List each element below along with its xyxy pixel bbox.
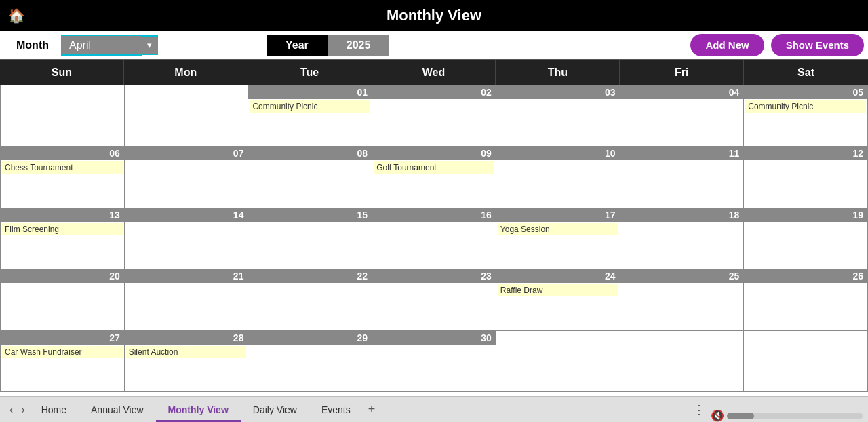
day-number: 19: [744, 208, 867, 222]
tab-events[interactable]: Events: [309, 400, 363, 422]
day-number: [125, 85, 248, 88]
day-number: 09: [372, 147, 496, 160]
cal-cell-w0d4[interactable]: 03: [496, 85, 620, 147]
tab-prev-button[interactable]: ‹: [5, 400, 17, 420]
day-number: 15: [248, 208, 372, 222]
header-mon: Mon: [124, 60, 248, 85]
day-number: 11: [620, 147, 744, 160]
calendar-header: Sun Mon Tue Wed Thu Fri Sat: [0, 60, 868, 85]
header-thu: Thu: [496, 60, 620, 85]
cal-cell-w3d6[interactable]: 26: [744, 269, 868, 330]
home-icon[interactable]: 🏠: [8, 7, 25, 24]
cal-cell-w1d0[interactable]: 06Chess Tournament: [1, 147, 125, 208]
day-number: [1, 85, 124, 88]
cal-cell-w1d3[interactable]: 09Golf Tournament: [372, 147, 496, 208]
tab-bar: ‹ › Home Annual View Monthly View Daily …: [0, 396, 868, 422]
cal-cell-w0d1[interactable]: [125, 85, 249, 147]
show-events-button[interactable]: Show Events: [771, 34, 864, 56]
tab-add-button[interactable]: +: [363, 400, 381, 419]
day-number: 22: [248, 269, 372, 283]
day-number: 30: [372, 331, 496, 345]
cal-cell-w2d5[interactable]: 18: [620, 208, 745, 269]
month-dropdown-arrow[interactable]: ▾: [142, 35, 158, 55]
event-label[interactable]: Car Wash Fundraiser: [2, 346, 123, 358]
year-value: 2025: [328, 35, 390, 56]
calendar-grid: 01Community Picnic02030405Community Picn…: [0, 85, 868, 392]
cal-cell-w3d5[interactable]: 25: [620, 269, 745, 330]
cal-cell-w0d3[interactable]: 02: [372, 85, 496, 147]
tab-scroll-track[interactable]: [727, 413, 863, 419]
day-number: 03: [496, 85, 620, 99]
cal-cell-w0d5[interactable]: 04: [620, 85, 745, 147]
day-number: 05: [744, 85, 867, 99]
add-new-button[interactable]: Add New: [690, 34, 764, 56]
tab-menu-button[interactable]: ⋮: [688, 400, 711, 420]
event-label[interactable]: Film Screening: [2, 223, 123, 235]
cal-cell-w4d2[interactable]: 29: [248, 331, 372, 392]
tab-monthly-view[interactable]: Monthly View: [156, 400, 241, 422]
event-label[interactable]: Community Picnic: [745, 100, 866, 113]
top-bar: 🏠 Monthly View: [0, 0, 868, 31]
event-label[interactable]: Silent Auction: [126, 346, 247, 358]
day-number: 12: [744, 147, 867, 160]
day-number: 18: [620, 208, 744, 222]
tab-next-button[interactable]: ›: [17, 400, 28, 420]
calendar-wrap: Sun Mon Tue Wed Thu Fri Sat 01Community …: [0, 60, 868, 396]
cal-cell-w1d4[interactable]: 10: [496, 147, 620, 208]
cal-cell-w4d3[interactable]: 30: [372, 331, 496, 392]
cal-cell-w1d1[interactable]: 07: [125, 147, 249, 208]
event-label[interactable]: Raffle Draw: [498, 284, 618, 296]
cal-cell-w1d5[interactable]: 11: [620, 147, 745, 208]
day-number: 25: [620, 269, 744, 283]
day-number: 04: [620, 85, 744, 99]
cal-cell-w2d1[interactable]: 14: [125, 208, 249, 269]
cal-cell-w2d4[interactable]: 17Yoga Session: [496, 208, 620, 269]
cal-cell-w3d2[interactable]: 22: [248, 269, 372, 330]
day-number: 26: [744, 269, 867, 283]
day-number: [496, 331, 620, 334]
day-number: 07: [125, 147, 248, 160]
cal-cell-w2d2[interactable]: 15: [248, 208, 372, 269]
cal-cell-w2d3[interactable]: 16: [372, 208, 496, 269]
day-number: 16: [372, 208, 496, 222]
day-number: 27: [1, 331, 124, 345]
controls-row: Month April JanuaryFebruaryMarch MayJune…: [0, 31, 868, 60]
header-sun: Sun: [0, 60, 124, 85]
cal-cell-w4d4[interactable]: [496, 331, 620, 392]
event-label[interactable]: Yoga Session: [498, 223, 618, 235]
cal-cell-w1d6[interactable]: 12: [744, 147, 868, 208]
event-label[interactable]: Golf Tournament: [374, 161, 494, 174]
day-number: 02: [372, 85, 496, 99]
cal-cell-w1d2[interactable]: 08: [248, 147, 372, 208]
cal-cell-w2d6[interactable]: 19: [744, 208, 868, 269]
cal-cell-w0d6[interactable]: 05Community Picnic: [744, 85, 868, 147]
tab-daily-view[interactable]: Daily View: [241, 400, 309, 422]
cal-cell-w2d0[interactable]: 13Film Screening: [1, 208, 125, 269]
cal-cell-w4d6[interactable]: [744, 331, 868, 392]
cal-cell-w0d2[interactable]: 01Community Picnic: [248, 85, 372, 147]
day-number: 24: [496, 269, 620, 283]
tab-scroll-area: 🔇: [711, 409, 868, 422]
tab-annual-view[interactable]: Annual View: [79, 400, 156, 422]
cal-cell-w3d4[interactable]: 24Raffle Draw: [496, 269, 620, 330]
tab-mute-icon[interactable]: 🔇: [711, 409, 724, 422]
day-number: 13: [1, 208, 124, 222]
event-label[interactable]: Chess Tournament: [2, 161, 123, 174]
header-fri: Fri: [620, 60, 744, 85]
cal-cell-w4d0[interactable]: 27Car Wash Fundraiser: [1, 331, 125, 392]
cal-cell-w0d0[interactable]: [1, 85, 125, 147]
cal-cell-w3d1[interactable]: 21: [125, 269, 249, 330]
tab-home[interactable]: Home: [29, 400, 79, 422]
cal-cell-w4d5[interactable]: [620, 331, 745, 392]
day-number: 21: [125, 269, 248, 283]
month-select[interactable]: April JanuaryFebruaryMarch MayJuneJuly A…: [61, 35, 142, 56]
day-number: [744, 331, 867, 334]
day-number: 06: [1, 147, 124, 160]
day-number: 28: [125, 331, 248, 345]
cal-cell-w3d0[interactable]: 20: [1, 269, 125, 330]
day-number: 08: [248, 147, 372, 160]
day-number: [620, 331, 744, 334]
cal-cell-w4d1[interactable]: 28Silent Auction: [125, 331, 249, 392]
cal-cell-w3d3[interactable]: 23: [372, 269, 496, 330]
event-label[interactable]: Community Picnic: [250, 100, 370, 113]
